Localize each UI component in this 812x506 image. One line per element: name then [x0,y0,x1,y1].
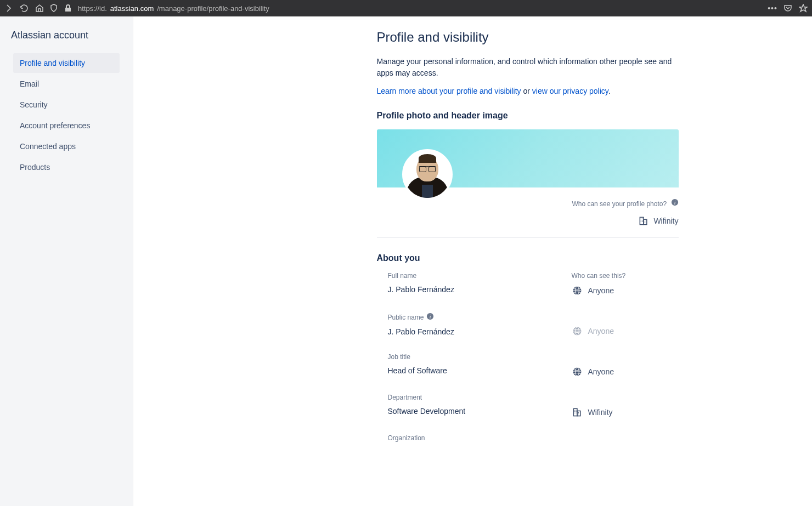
pocket-icon[interactable] [783,4,792,13]
sidebar-title: Atlassian account [11,30,128,41]
header-image[interactable] [377,129,679,187]
field-row-fullname: Full name J. Pablo Fernández Who can see… [377,272,679,296]
field-label: Full name [388,272,572,280]
home-icon[interactable] [35,4,44,13]
globe-icon [572,285,583,296]
url-bar[interactable]: https://id.atlassian.com/manage-profile/… [78,4,763,13]
field-value-publicname[interactable]: J. Pablo Fernández [388,327,572,336]
sidebar-item-products[interactable]: Products [13,157,120,177]
sidebar-item-apps[interactable]: Connected apps [13,137,120,156]
who-can-see-header: Who can see this? [572,272,679,280]
lock-icon[interactable] [64,4,72,13]
sidebar-item-email[interactable]: Email [13,74,120,94]
visibility-selector[interactable]: Anyone [572,366,679,377]
learn-more-link[interactable]: Learn more about your profile and visibi… [377,87,521,95]
divider [377,237,679,238]
building-icon [638,215,649,226]
sidebar-item-security[interactable]: Security [13,95,120,115]
photo-visibility-value[interactable]: Wifinity [377,215,679,226]
photo-visibility-label: Who can see your profile photo? i [377,198,679,208]
svg-rect-2 [640,217,644,224]
svg-rect-23 [573,408,577,416]
field-row-publicname: Public name i J. Pablo Fernández Anyone [377,312,679,337]
photo-section-heading: Profile photo and header image [377,111,679,121]
visibility-selector-disabled: Anyone [572,326,679,337]
visibility-selector[interactable]: Anyone [572,285,679,296]
url-domain: atlassian.com [110,4,154,13]
sidebar-item-profile[interactable]: Profile and visibility [13,53,120,73]
forward-icon[interactable] [4,4,13,13]
browser-toolbar: https://id.atlassian.com/manage-profile/… [0,0,812,16]
field-value-jobtitle[interactable]: Head of Software [388,366,572,375]
field-label: Public name i [388,312,572,322]
privacy-link[interactable]: view our privacy policy [532,87,608,95]
info-icon[interactable]: i [671,200,679,208]
globe-icon [572,366,583,377]
sidebar-item-preferences[interactable]: Account preferences [13,116,120,135]
field-value-fullname[interactable]: J. Pablo Fernández [388,285,572,294]
avatar[interactable] [402,149,453,200]
url-path: /manage-profile/profile-and-visibility [157,4,269,13]
star-icon[interactable] [799,4,808,13]
url-prefix: https://id. [78,4,107,13]
building-icon [572,407,583,418]
globe-icon [572,326,583,337]
main-content: Profile and visibility Manage your perso… [133,16,812,506]
visibility-selector[interactable]: Wifinity [572,407,679,418]
page-links: Learn more about your profile and visibi… [377,87,679,95]
page-title: Profile and visibility [377,30,679,45]
more-icon[interactable]: ••• [768,4,777,13]
field-label: Job title [388,353,572,361]
field-label: Department [388,394,572,401]
svg-rect-3 [644,220,647,225]
field-row-department: Department Software Development Wifinity [377,394,679,418]
page-description: Manage your personal information, and co… [377,56,679,79]
info-icon[interactable]: i [426,312,434,322]
shield-icon[interactable] [49,4,58,13]
reload-icon[interactable] [20,4,29,13]
field-label: Organization [388,434,572,442]
field-row-jobtitle: Job title Head of Software Anyone [377,353,679,377]
svg-text:i: i [674,200,675,206]
svg-text:i: i [429,314,431,320]
field-row-organization: Organization [377,434,679,447]
svg-rect-24 [577,411,580,416]
about-heading: About you [377,253,679,263]
field-value-department[interactable]: Software Development [388,407,572,416]
sidebar: Atlassian account Profile and visibility… [0,16,133,506]
